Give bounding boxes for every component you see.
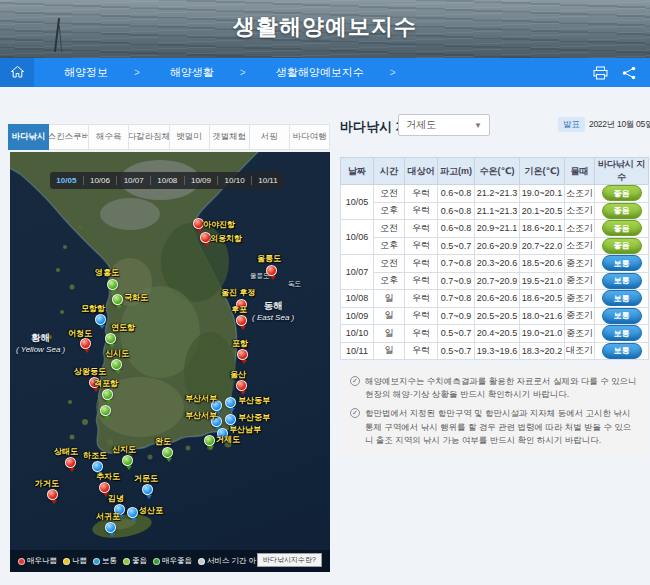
cell-tide: 소조기 [565, 237, 595, 255]
home-button[interactable] [0, 58, 34, 87]
index-badge: 보통 [602, 343, 642, 359]
cell-water-temp: 20.3~20.6 [475, 255, 520, 273]
map-pin-신시도[interactable] [111, 359, 122, 370]
map-pin-완도[interactable] [162, 447, 173, 458]
map-pin-label: 완도 [155, 436, 171, 447]
map-pin-국화도[interactable] [112, 294, 123, 305]
map-pin-label: 어청도 [68, 328, 92, 339]
map-date-10/09[interactable]: 10/09 [191, 176, 211, 185]
map-pin-신지도[interactable] [122, 455, 133, 466]
cell-fish: 우럭 [405, 307, 438, 325]
tab-6[interactable]: 서핑 [250, 124, 290, 150]
map-date-10/07[interactable]: 10/07 [124, 176, 144, 185]
cell-index: 보통 [595, 272, 649, 290]
col-header-0: 날짜 [341, 158, 374, 185]
cell-wave: 0.6~0.8 [438, 202, 475, 220]
cell-date: 10/09 [341, 307, 374, 325]
fishing-index-help-button[interactable]: 바다낚시지수란? [257, 553, 322, 567]
map-pin-상태도[interactable] [65, 457, 76, 468]
notice-text: 항만법에서 지정된 항만구역 및 항만시설과 지자체 등에서 고시한 낚시 통제… [365, 407, 638, 447]
map-pin-서귀포[interactable] [105, 522, 116, 533]
cell-water-temp: 20.4~20.5 [475, 325, 520, 343]
map-date-10/08[interactable]: 10/08 [157, 176, 177, 185]
breadcrumb-item-1[interactable]: 해양생활 [140, 65, 240, 80]
tab-7[interactable]: 바다여행 [290, 124, 330, 150]
tab-0[interactable]: 바다낚시 [8, 124, 49, 150]
table-row: 10/05오전우럭0.6~0.821.2~21.319.0~20.1소조기좋음 [341, 185, 649, 203]
map-date-10/06[interactable]: 10/06 [90, 176, 110, 185]
col-header-7: 바다낚시 지수 [595, 158, 649, 185]
map-pin-label: 울릉도 [257, 253, 281, 264]
tab-5[interactable]: 갯벌체험 [210, 124, 250, 150]
tab-3[interactable]: 바다갈라짐체험 [129, 124, 169, 150]
map-pin-거문도[interactable] [142, 484, 153, 495]
cell-air-temp: 19.5~21.0 [520, 272, 565, 290]
cell-wave: 0.7~0.8 [438, 255, 475, 273]
announce-badge: 발표 [558, 117, 585, 132]
map-pin-모항항[interactable] [95, 314, 106, 325]
cell-wave: 0.7~0.9 [438, 272, 475, 290]
breadcrumb-item-2[interactable]: 생활해양예보지수 [246, 65, 390, 80]
cell-date: 10/10 [341, 325, 374, 343]
cell-tide: 소조기 [565, 185, 595, 203]
cell-air-temp: 20.1~20.5 [520, 202, 565, 220]
col-header-5: 기온(℃) [520, 158, 565, 185]
map-pin-가거도[interactable] [47, 489, 58, 500]
map-pin-label: 추자도 [96, 471, 120, 482]
map-pin-21[interactable] [100, 405, 111, 416]
sea-name-en: ( Yellow Sea ) [16, 345, 65, 354]
cell-wave: 0.6~0.8 [438, 220, 475, 238]
cell-time: 오후 [374, 237, 405, 255]
map-pin-울산[interactable] [236, 380, 247, 391]
cell-index: 보통 [595, 307, 649, 325]
cell-water-temp: 19.3~19.6 [475, 342, 520, 360]
sea-name-kr: 동해 [252, 300, 294, 313]
legend-label: 보통 [102, 556, 117, 566]
date-separator [251, 176, 252, 185]
map-pin-label: 거문도 [134, 473, 158, 484]
tab-4[interactable]: 뱃멀미 [170, 124, 210, 150]
breadcrumb-item-0[interactable]: 해양정보 [34, 65, 134, 80]
cell-tide: 중조기 [565, 272, 595, 290]
cell-air-temp: 18.6~20.1 [520, 220, 565, 238]
index-badge: 좋음 [602, 203, 642, 219]
map-pin-추자도[interactable] [99, 482, 110, 493]
region-select[interactable]: 거제도 ▼ [398, 114, 490, 136]
map-pin-거제도[interactable] [204, 435, 215, 446]
cell-date: 10/07 [341, 255, 374, 290]
tab-1[interactable]: 스킨스쿠버 [49, 124, 89, 150]
cell-water-temp: 20.6~20.9 [475, 237, 520, 255]
cell-time: 오전 [374, 220, 405, 238]
legend-label: 나쁨 [72, 556, 87, 566]
map-pin-연도항[interactable] [105, 333, 116, 344]
cell-index: 보통 [595, 342, 649, 360]
map-pin-성산포[interactable] [127, 507, 138, 518]
map-pin-어청도[interactable] [80, 338, 91, 349]
map-pin-부산동부[interactable] [225, 397, 236, 408]
share-icon[interactable] [622, 66, 636, 80]
map-pin-후포[interactable] [236, 315, 247, 326]
map-pin-포항[interactable] [237, 349, 248, 360]
legend-dot [18, 558, 25, 565]
map-pin-label: 외옹치항 [210, 233, 242, 244]
map-date-10/10[interactable]: 10/10 [225, 176, 245, 185]
cell-fish: 우럭 [405, 272, 438, 290]
legend-label: 좋음 [132, 556, 147, 566]
map-date-10/05[interactable]: 10/05 [56, 176, 76, 185]
cell-time: 일 [374, 290, 405, 308]
map-pin-label: 부산서부 [185, 410, 217, 421]
map-pin-label: 하조도 [83, 450, 107, 461]
cell-water-temp: 21.2~21.3 [475, 185, 520, 203]
cell-tide: 대조기 [565, 342, 595, 360]
map-pin-영흥도[interactable] [107, 279, 118, 290]
map-date-10/11[interactable]: 10/11 [258, 176, 277, 185]
print-icon[interactable] [593, 66, 608, 80]
map-pin-격포항[interactable] [102, 389, 113, 400]
home-icon [11, 64, 24, 82]
tab-2[interactable]: 해수욕 [89, 124, 129, 150]
cell-air-temp: 18.6~20.5 [520, 290, 565, 308]
page-title: 생활해양예보지수 [0, 12, 650, 42]
cell-water-temp: 20.6~20.6 [475, 290, 520, 308]
map-date-bar: 10/0510/0610/0710/0810/0910/1010/11 [50, 172, 284, 189]
cell-index: 좋음 [595, 237, 649, 255]
